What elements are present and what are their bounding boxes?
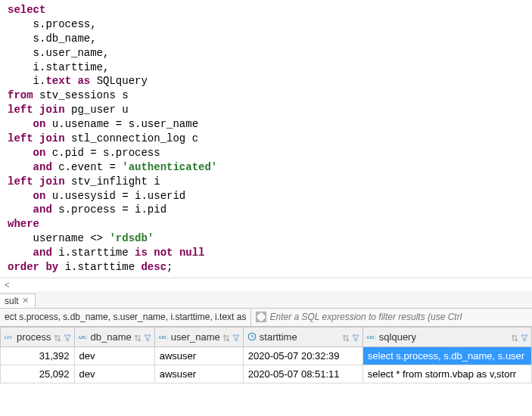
text-type-icon: ABC <box>78 331 89 342</box>
query-summary: ect s.process, s.db_name, s.user_name, i… <box>0 309 251 326</box>
cell-db_name[interactable]: dev <box>74 365 154 383</box>
sort-icon[interactable] <box>511 333 518 340</box>
table-row[interactable]: 31,392devawsuser2020-05-07 20:32:39selec… <box>1 346 532 365</box>
column-header-starttime[interactable]: starttime <box>243 327 362 346</box>
filter-input[interactable] <box>269 312 527 322</box>
funnel-icon[interactable] <box>232 333 240 340</box>
cell-process[interactable]: 25,092 <box>1 365 75 383</box>
results-grid[interactable]: 123processABCdb_nameABCuser_namestarttim… <box>0 327 532 416</box>
funnel-icon[interactable] <box>521 333 528 340</box>
tab-result[interactable]: sult ✕ <box>0 293 36 308</box>
column-header-process[interactable]: 123process <box>1 327 75 346</box>
column-label: process <box>17 331 51 343</box>
results-tabbar: sult ✕ <box>0 291 532 309</box>
svg-text:ABC: ABC <box>78 335 88 340</box>
funnel-icon[interactable] <box>64 333 71 340</box>
fit-screen-icon <box>256 312 266 322</box>
cell-sqlquery[interactable]: select * from storm.vbap as v,storr <box>362 365 531 383</box>
tab-label: sult <box>5 296 19 306</box>
cell-sqlquery[interactable]: select s.process, s.db_name, s.user <box>362 346 531 365</box>
sort-icon[interactable] <box>342 333 350 340</box>
svg-text:ABC: ABC <box>366 335 376 340</box>
filter-input-wrap[interactable] <box>251 309 532 326</box>
results-filterbar: ect s.process, s.db_name, s.user_name, i… <box>0 309 532 327</box>
sort-icon[interactable] <box>134 333 142 340</box>
clock-type-icon <box>247 331 257 342</box>
cell-starttime[interactable]: 2020-05-07 08:51:11 <box>243 365 362 383</box>
number-type-icon: 123 <box>4 331 14 342</box>
column-label: starttime <box>260 331 340 343</box>
cell-db_name[interactable]: dev <box>74 346 154 365</box>
column-label: db_name <box>91 331 132 343</box>
funnel-icon[interactable] <box>144 333 151 340</box>
svg-text:123: 123 <box>4 334 12 340</box>
column-header-sqlquery[interactable]: ABCsqlquery <box>362 327 531 346</box>
column-header-db_name[interactable]: ABCdb_name <box>74 327 154 346</box>
text-type-icon: ABC <box>158 331 169 342</box>
sql-editor[interactable]: select s.process, s.db_name, s.user_name… <box>0 0 532 278</box>
svg-text:ABC: ABC <box>158 335 168 340</box>
table-row[interactable]: 25,092devawsuser2020-05-07 08:51:11selec… <box>1 365 532 383</box>
column-label: sqlquery <box>379 331 509 343</box>
editor-hscroll[interactable]: < <box>0 278 532 291</box>
close-icon[interactable]: ✕ <box>22 296 29 306</box>
funnel-icon[interactable] <box>352 333 359 340</box>
column-header-user_name[interactable]: ABCuser_name <box>154 327 243 346</box>
text-type-icon: ABC <box>366 331 377 342</box>
cell-starttime[interactable]: 2020-05-07 20:32:39 <box>243 346 362 365</box>
cell-user_name[interactable]: awsuser <box>154 365 243 383</box>
cell-user_name[interactable]: awsuser <box>154 346 243 365</box>
sort-icon[interactable] <box>54 333 61 340</box>
cell-process[interactable]: 31,392 <box>1 346 75 365</box>
query-summary-text: ect s.process, s.db_name, s.user_name, i… <box>5 312 246 322</box>
column-label: user_name <box>171 331 220 343</box>
scroll-left-icon: < <box>5 280 10 290</box>
sort-icon[interactable] <box>222 333 230 340</box>
